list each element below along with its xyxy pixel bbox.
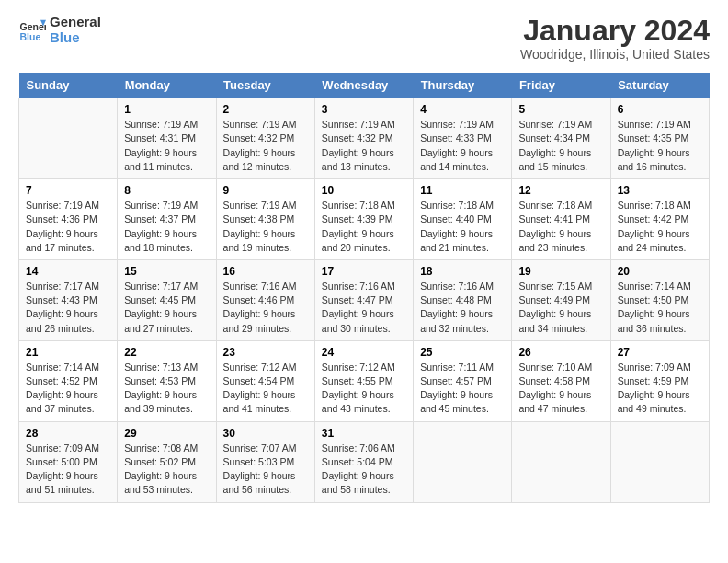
calendar-cell: 25Sunrise: 7:11 AM Sunset: 4:57 PM Dayli…: [414, 340, 512, 421]
header-cell-tuesday: Tuesday: [216, 73, 314, 98]
week-row-1: 1Sunrise: 7:19 AM Sunset: 4:31 PM Daylig…: [19, 98, 710, 179]
page-title: January 2024: [520, 15, 710, 47]
day-number: 18: [420, 265, 505, 278]
calendar-cell: 6Sunrise: 7:19 AM Sunset: 4:35 PM Daylig…: [610, 98, 709, 179]
day-detail: Sunrise: 7:14 AM Sunset: 4:50 PM Dayligh…: [618, 280, 702, 336]
calendar-cell: 3Sunrise: 7:19 AM Sunset: 4:32 PM Daylig…: [314, 98, 413, 179]
day-detail: Sunrise: 7:17 AM Sunset: 4:43 PM Dayligh…: [26, 280, 110, 336]
calendar-cell: 23Sunrise: 7:12 AM Sunset: 4:54 PM Dayli…: [216, 340, 314, 421]
calendar-cell: 18Sunrise: 7:16 AM Sunset: 4:48 PM Dayli…: [414, 259, 512, 340]
day-number: 22: [124, 346, 209, 359]
calendar-cell: [512, 421, 610, 502]
day-number: 6: [618, 103, 702, 116]
calendar-cell: 19Sunrise: 7:15 AM Sunset: 4:49 PM Dayli…: [512, 259, 610, 340]
day-number: 2: [223, 103, 308, 116]
header-cell-wednesday: Wednesday: [314, 73, 413, 98]
day-detail: Sunrise: 7:19 AM Sunset: 4:31 PM Dayligh…: [124, 118, 209, 174]
logo-line1: General: [50, 15, 101, 30]
day-detail: Sunrise: 7:12 AM Sunset: 4:54 PM Dayligh…: [223, 361, 308, 417]
day-detail: Sunrise: 7:18 AM Sunset: 4:42 PM Dayligh…: [618, 199, 702, 255]
logo-line2: Blue: [50, 30, 101, 46]
day-detail: Sunrise: 7:06 AM Sunset: 5:04 PM Dayligh…: [322, 442, 406, 498]
day-detail: Sunrise: 7:16 AM Sunset: 4:46 PM Dayligh…: [223, 280, 308, 336]
day-number: 9: [223, 184, 308, 197]
week-row-2: 7Sunrise: 7:19 AM Sunset: 4:36 PM Daylig…: [19, 179, 710, 260]
day-detail: Sunrise: 7:07 AM Sunset: 5:03 PM Dayligh…: [223, 442, 308, 498]
page-subtitle: Woodridge, Illinois, United States: [520, 47, 710, 62]
day-detail: Sunrise: 7:12 AM Sunset: 4:55 PM Dayligh…: [322, 361, 406, 417]
day-number: 21: [26, 346, 110, 359]
day-detail: Sunrise: 7:10 AM Sunset: 4:58 PM Dayligh…: [518, 361, 603, 417]
day-detail: Sunrise: 7:19 AM Sunset: 4:36 PM Dayligh…: [26, 199, 110, 255]
day-number: 20: [618, 265, 702, 278]
day-detail: Sunrise: 7:19 AM Sunset: 4:32 PM Dayligh…: [223, 118, 308, 174]
day-number: 25: [420, 346, 505, 359]
day-detail: Sunrise: 7:18 AM Sunset: 4:41 PM Dayligh…: [518, 199, 603, 255]
calendar-cell: [610, 421, 709, 502]
week-row-5: 28Sunrise: 7:09 AM Sunset: 5:00 PM Dayli…: [19, 421, 710, 502]
calendar-cell: 7Sunrise: 7:19 AM Sunset: 4:36 PM Daylig…: [19, 179, 118, 260]
calendar-cell: 30Sunrise: 7:07 AM Sunset: 5:03 PM Dayli…: [216, 421, 314, 502]
header-cell-friday: Friday: [512, 73, 610, 98]
calendar-table: SundayMondayTuesdayWednesdayThursdayFrid…: [18, 73, 710, 502]
day-detail: Sunrise: 7:11 AM Sunset: 4:57 PM Dayligh…: [420, 361, 505, 417]
day-detail: Sunrise: 7:09 AM Sunset: 5:00 PM Dayligh…: [26, 442, 110, 498]
day-number: 17: [322, 265, 406, 278]
calendar-cell: 15Sunrise: 7:17 AM Sunset: 4:45 PM Dayli…: [118, 259, 216, 340]
header-cell-sunday: Sunday: [19, 73, 118, 98]
calendar-cell: 17Sunrise: 7:16 AM Sunset: 4:47 PM Dayli…: [314, 259, 413, 340]
calendar-cell: 8Sunrise: 7:19 AM Sunset: 4:37 PM Daylig…: [118, 179, 216, 260]
day-detail: Sunrise: 7:19 AM Sunset: 4:34 PM Dayligh…: [518, 118, 603, 174]
day-detail: Sunrise: 7:14 AM Sunset: 4:52 PM Dayligh…: [26, 361, 110, 417]
calendar-cell: 10Sunrise: 7:18 AM Sunset: 4:39 PM Dayli…: [314, 179, 413, 260]
calendar-cell: 4Sunrise: 7:19 AM Sunset: 4:33 PM Daylig…: [414, 98, 512, 179]
day-number: 11: [420, 184, 505, 197]
calendar-cell: 16Sunrise: 7:16 AM Sunset: 4:46 PM Dayli…: [216, 259, 314, 340]
calendar-cell: 1Sunrise: 7:19 AM Sunset: 4:31 PM Daylig…: [118, 98, 216, 179]
calendar-cell: 14Sunrise: 7:17 AM Sunset: 4:43 PM Dayli…: [19, 259, 118, 340]
day-detail: Sunrise: 7:17 AM Sunset: 4:45 PM Dayligh…: [124, 280, 209, 336]
day-number: 7: [26, 184, 110, 197]
day-number: 23: [223, 346, 308, 359]
calendar-cell: 2Sunrise: 7:19 AM Sunset: 4:32 PM Daylig…: [216, 98, 314, 179]
page-header: General Blue General Blue January 2024 W…: [18, 15, 710, 62]
calendar-cell: 20Sunrise: 7:14 AM Sunset: 4:50 PM Dayli…: [610, 259, 709, 340]
logo-icon: General Blue: [18, 17, 46, 44]
calendar-cell: 9Sunrise: 7:19 AM Sunset: 4:38 PM Daylig…: [216, 179, 314, 260]
calendar-cell: 13Sunrise: 7:18 AM Sunset: 4:42 PM Dayli…: [610, 179, 709, 260]
calendar-cell: 27Sunrise: 7:09 AM Sunset: 4:59 PM Dayli…: [610, 340, 709, 421]
day-number: 3: [322, 103, 406, 116]
day-detail: Sunrise: 7:19 AM Sunset: 4:33 PM Dayligh…: [420, 118, 505, 174]
day-number: 27: [618, 346, 702, 359]
day-detail: Sunrise: 7:19 AM Sunset: 4:37 PM Dayligh…: [124, 199, 209, 255]
day-number: 13: [618, 184, 702, 197]
day-number: 14: [26, 265, 110, 278]
day-number: 15: [124, 265, 209, 278]
title-block: January 2024 Woodridge, Illinois, United…: [520, 15, 710, 62]
svg-text:Blue: Blue: [20, 30, 41, 41]
calendar-cell: 31Sunrise: 7:06 AM Sunset: 5:04 PM Dayli…: [314, 421, 413, 502]
calendar-cell: 11Sunrise: 7:18 AM Sunset: 4:40 PM Dayli…: [414, 179, 512, 260]
day-number: 5: [518, 103, 603, 116]
calendar-cell: 5Sunrise: 7:19 AM Sunset: 4:34 PM Daylig…: [512, 98, 610, 179]
day-detail: Sunrise: 7:18 AM Sunset: 4:39 PM Dayligh…: [322, 199, 406, 255]
day-number: 29: [124, 427, 209, 440]
day-number: 24: [322, 346, 406, 359]
day-detail: Sunrise: 7:19 AM Sunset: 4:32 PM Dayligh…: [322, 118, 406, 174]
day-detail: Sunrise: 7:19 AM Sunset: 4:38 PM Dayligh…: [223, 199, 308, 255]
day-detail: Sunrise: 7:16 AM Sunset: 4:48 PM Dayligh…: [420, 280, 505, 336]
day-number: 30: [223, 427, 308, 440]
calendar-cell: 26Sunrise: 7:10 AM Sunset: 4:58 PM Dayli…: [512, 340, 610, 421]
day-number: 16: [223, 265, 308, 278]
day-detail: Sunrise: 7:15 AM Sunset: 4:49 PM Dayligh…: [518, 280, 603, 336]
calendar-cell: 24Sunrise: 7:12 AM Sunset: 4:55 PM Dayli…: [314, 340, 413, 421]
calendar-cell: 22Sunrise: 7:13 AM Sunset: 4:53 PM Dayli…: [118, 340, 216, 421]
day-detail: Sunrise: 7:09 AM Sunset: 4:59 PM Dayligh…: [618, 361, 702, 417]
day-number: 1: [124, 103, 209, 116]
day-detail: Sunrise: 7:19 AM Sunset: 4:35 PM Dayligh…: [618, 118, 702, 174]
day-detail: Sunrise: 7:13 AM Sunset: 4:53 PM Dayligh…: [124, 361, 209, 417]
header-row: SundayMondayTuesdayWednesdayThursdayFrid…: [19, 73, 710, 98]
day-number: 31: [322, 427, 406, 440]
week-row-3: 14Sunrise: 7:17 AM Sunset: 4:43 PM Dayli…: [19, 259, 710, 340]
day-number: 12: [518, 184, 603, 197]
